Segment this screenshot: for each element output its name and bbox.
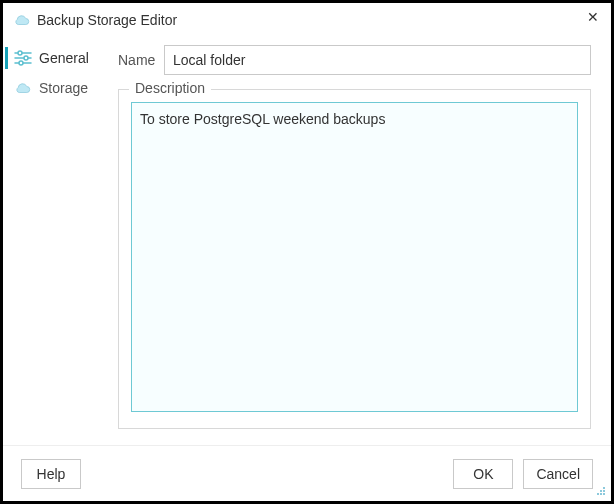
svg-rect-8 [603,490,605,492]
svg-point-1 [18,51,22,55]
cloud-icon [13,81,33,95]
description-input[interactable] [131,102,578,412]
tab-storage[interactable]: Storage [3,73,118,103]
main-panel: Name Description [118,37,611,445]
tab-label: General [39,50,89,66]
cancel-button[interactable]: Cancel [523,459,593,489]
svg-rect-9 [597,493,599,495]
footer: Help OK Cancel [3,445,611,501]
resize-grip-icon[interactable] [595,485,607,497]
dialog-body: General Storage Name Description [3,37,611,445]
svg-rect-6 [603,487,605,489]
name-row: Name [118,45,591,75]
help-button[interactable]: Help [21,459,81,489]
settings-icon [13,50,33,66]
titlebar: Backup Storage Editor ✕ [3,3,611,37]
description-label: Description [129,80,211,96]
ok-button[interactable]: OK [453,459,513,489]
tab-label: Storage [39,80,88,96]
cloud-icon [13,13,31,27]
svg-rect-10 [600,493,602,495]
window-title: Backup Storage Editor [37,12,177,28]
backup-storage-editor-window: Backup Storage Editor ✕ [0,0,614,504]
name-label: Name [118,52,164,68]
close-button[interactable]: ✕ [585,9,601,25]
svg-rect-11 [603,493,605,495]
description-fieldset: Description [118,89,591,429]
svg-point-3 [24,56,28,60]
tab-general[interactable]: General [3,43,118,73]
svg-point-5 [19,61,23,65]
sidebar: General Storage [3,37,118,445]
name-input[interactable] [164,45,591,75]
svg-rect-7 [600,490,602,492]
